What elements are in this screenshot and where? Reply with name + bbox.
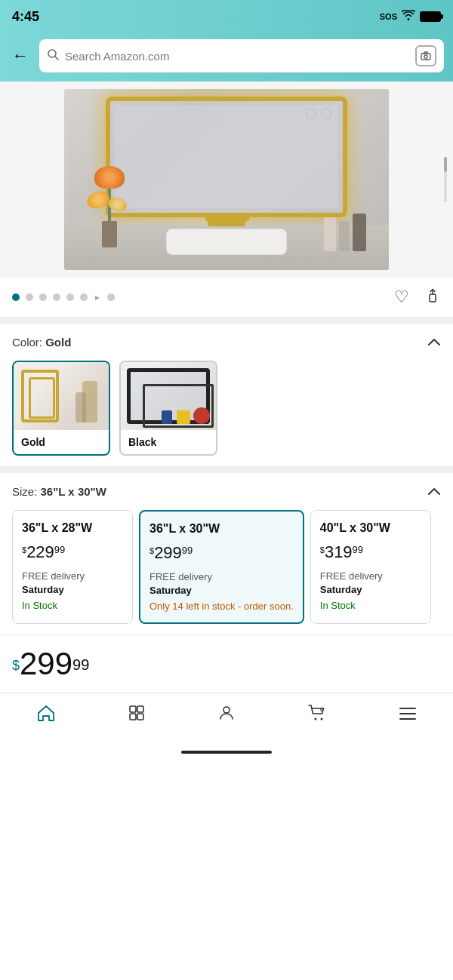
dot-video[interactable]: ▶ [94, 293, 101, 301]
camera-icon[interactable] [415, 45, 436, 66]
product-image-area [0, 81, 453, 278]
status-bar: 4:45 SOS [0, 0, 453, 33]
status-time: 4:45 [12, 9, 39, 25]
dot-5[interactable] [66, 293, 74, 301]
status-icons: SOS [380, 10, 441, 23]
wifi-icon [402, 10, 415, 23]
dot-1[interactable] [12, 293, 20, 301]
scroll-indicator[interactable] [444, 157, 447, 202]
size-name-36x28: 36"L x 28"W [22, 521, 123, 535]
section-divider-2 [0, 467, 453, 473]
svg-point-10 [315, 718, 317, 720]
home-indicator [181, 751, 272, 754]
size-section: Size: 36"L x 30"W 36"L x 28"W $22999 FRE… [0, 473, 453, 634]
nav-account[interactable] [205, 701, 248, 730]
color-option-gold[interactable]: Gold [12, 361, 110, 456]
image-controls: ▶ ♡ [0, 278, 453, 318]
black-color-image [121, 362, 216, 430]
svg-line-1 [55, 57, 58, 60]
color-options: Gold Black [12, 361, 441, 456]
price-whole: 299 [20, 646, 72, 681]
size-delivery-36x30: FREE deliverySaturday [149, 570, 294, 598]
svg-rect-5 [130, 706, 136, 712]
dot-8[interactable] [107, 293, 115, 301]
size-price-40x30: $31999 [320, 542, 421, 562]
size-option-36x30[interactable]: 36"L x 30"W $29999 FREE deliverySaturday… [139, 510, 304, 624]
search-icon [47, 48, 59, 63]
size-option-36x28[interactable]: 36"L x 28"W $22999 FREE deliverySaturday… [12, 510, 133, 624]
cart-icon: 0 [307, 704, 327, 727]
bottom-nav: 0 [0, 693, 453, 745]
share-icon[interactable] [424, 287, 441, 308]
svg-rect-6 [137, 706, 143, 712]
size-option-40x30[interactable]: 40"L x 30"W $31999 FREE deliverySaturday… [310, 510, 431, 624]
size-name-36x30: 36"L x 30"W [149, 522, 294, 536]
sink-decoration [166, 229, 287, 255]
size-price-36x30: $29999 [149, 543, 294, 563]
size-section-header: Size: 36"L x 30"W [12, 484, 441, 499]
sos-indicator: SOS [380, 12, 397, 21]
flower-decoration [87, 172, 132, 247]
wishlist-icon[interactable]: ♡ [394, 287, 409, 307]
price-display: $29999 [12, 646, 441, 682]
dot-4[interactable] [53, 293, 60, 301]
size-chevron-icon[interactable] [427, 484, 441, 499]
size-delivery-36x28: FREE deliverySaturday [22, 570, 123, 597]
nav-home[interactable] [24, 701, 68, 730]
section-divider-1 [0, 318, 453, 324]
dot-3[interactable] [39, 293, 47, 301]
selected-size: 36"L x 30"W [41, 485, 106, 498]
nav-cart[interactable]: 0 [295, 701, 339, 730]
size-name-40x30: 40"L x 30"W [320, 521, 421, 535]
size-stock-36x30: Only 14 left in stock - order soon. [149, 601, 294, 612]
product-image [64, 89, 389, 270]
nav-menu[interactable] [387, 702, 429, 729]
price-cents: 99 [72, 656, 89, 673]
color-section: Color: Gold Gold [0, 324, 453, 467]
account-icon [217, 704, 236, 727]
dot-2[interactable] [26, 293, 33, 301]
svg-text:0: 0 [320, 706, 324, 713]
black-color-label: Black [121, 430, 216, 454]
svg-rect-8 [137, 714, 143, 720]
size-stock-40x30: In Stock [320, 600, 421, 611]
color-label: Color: Gold [12, 336, 71, 349]
color-option-black[interactable]: Black [119, 361, 217, 456]
image-dots: ▶ [12, 293, 115, 301]
price-bar: $29999 [0, 634, 453, 693]
home-icon [36, 704, 56, 727]
size-delivery-40x30: FREE deliverySaturday [320, 570, 421, 597]
size-price-36x28: $22999 [22, 542, 123, 562]
catalog-icon [128, 704, 146, 727]
svg-rect-4 [430, 294, 436, 302]
gold-color-image [14, 362, 109, 430]
gold-color-label: Gold [14, 430, 109, 454]
search-input[interactable] [65, 50, 409, 63]
color-chevron-icon[interactable] [427, 334, 441, 350]
size-stock-36x28: In Stock [22, 600, 123, 611]
nav-catalog[interactable] [116, 701, 158, 730]
search-input-wrap[interactable] [39, 39, 444, 72]
dot-6[interactable] [80, 293, 88, 301]
svg-rect-7 [130, 714, 136, 720]
size-options: 36"L x 28"W $22999 FREE deliverySaturday… [12, 510, 441, 624]
back-button[interactable]: ← [9, 43, 32, 69]
action-icons: ♡ [394, 287, 441, 308]
color-section-header: Color: Gold [12, 334, 441, 350]
size-label: Size: 36"L x 30"W [12, 485, 106, 498]
svg-point-9 [223, 707, 230, 713]
selected-color: Gold [45, 336, 71, 349]
mirror-decoration [106, 97, 347, 217]
search-bar: ← [0, 33, 453, 81]
svg-point-11 [321, 718, 323, 720]
battery-icon [420, 11, 441, 22]
svg-point-3 [424, 55, 427, 58]
menu-icon [399, 705, 417, 726]
price-dollar: $ [12, 658, 20, 673]
